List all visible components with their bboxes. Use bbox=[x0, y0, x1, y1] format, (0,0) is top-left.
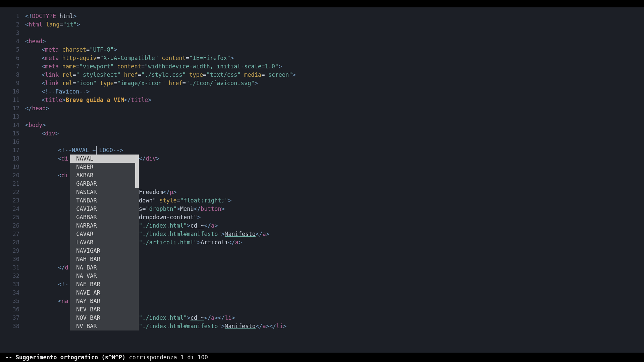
code-line-overflow[interactable]: "./index.html">cd ~</a></li> bbox=[139, 314, 641, 322]
code-line-overflow[interactable]: "./articoli.html">Articoli</a> bbox=[139, 238, 641, 247]
code-token: charset bbox=[62, 46, 86, 53]
suggestion-item[interactable]: NV BAR bbox=[70, 322, 139, 330]
code-token: <! bbox=[25, 13, 32, 19]
code-line[interactable]: <meta http-equiv="X-UA-Compatible" conte… bbox=[42, 54, 641, 62]
code-token: > bbox=[177, 205, 180, 212]
suggestion-item[interactable]: NAE BAR bbox=[70, 280, 139, 289]
suggestion-item[interactable]: NAVAL bbox=[70, 155, 139, 163]
suggestion-item[interactable]: AKBAR bbox=[70, 171, 139, 180]
code-token: "./index.html#manifesto" bbox=[139, 231, 221, 237]
line-number: 18 bbox=[0, 155, 19, 163]
code-line[interactable]: </d bbox=[58, 263, 641, 272]
spelling-suggestion-popup[interactable]: NAVAL NABER AKBAR GARBAR NASCAR TANBAR C… bbox=[70, 155, 139, 330]
line-number: 3 bbox=[0, 29, 19, 37]
code-line[interactable]: <!--Favicon--> bbox=[42, 87, 641, 96]
suggestion-item[interactable]: NAVIGAR bbox=[70, 247, 139, 255]
code-line[interactable]: </head> bbox=[25, 104, 641, 113]
code-line-overflow[interactable]: "./index.html#manifesto">Manifesto</a> bbox=[139, 230, 641, 238]
code-token: </ bbox=[139, 155, 146, 162]
code-token: = bbox=[138, 71, 141, 78]
code-token: DOCTYPE bbox=[32, 13, 56, 19]
line-number: 37 bbox=[0, 314, 19, 322]
code-line[interactable]: <html lang="it"> bbox=[25, 20, 641, 29]
code-token: a bbox=[235, 239, 238, 246]
code-line[interactable] bbox=[25, 138, 641, 146]
code-line[interactable]: <di bbox=[58, 171, 641, 180]
code-token: rel bbox=[62, 71, 72, 78]
suggestion-item[interactable]: GARBAR bbox=[70, 180, 139, 188]
code-line[interactable]: <body> bbox=[25, 121, 641, 129]
code-token: = bbox=[261, 71, 265, 78]
suggestion-item[interactable]: TANBAR bbox=[70, 196, 139, 205]
code-line[interactable]: <meta name="viewport" content="width=dev… bbox=[42, 62, 641, 71]
line-number: 31 bbox=[0, 263, 19, 272]
suggestion-item[interactable]: NA BAR bbox=[70, 263, 139, 272]
code-line[interactable]: <title>Breve guida a VIM</title> bbox=[42, 96, 641, 104]
suggestion-item[interactable]: NA VAR bbox=[70, 272, 139, 280]
code-token: ></ bbox=[266, 323, 276, 329]
suggestion-item[interactable]: CAVAR bbox=[70, 230, 139, 238]
line-number: 6 bbox=[0, 54, 19, 62]
suggestion-item[interactable]: NEV BAR bbox=[70, 305, 139, 314]
code-line-overflow[interactable]: Freedom</p> bbox=[139, 188, 641, 196]
suggestion-item[interactable]: NARRAR bbox=[70, 222, 139, 230]
code-line[interactable] bbox=[25, 29, 641, 37]
line-number: 20 bbox=[0, 171, 19, 180]
code-token: "./index.html" bbox=[139, 222, 187, 229]
suggestion-item[interactable]: NABER bbox=[70, 163, 139, 171]
code-token: > bbox=[278, 63, 282, 70]
code-token bbox=[59, 80, 62, 86]
line-number: 17 bbox=[0, 146, 19, 155]
code-token: Manifesto bbox=[225, 323, 256, 329]
code-token: = bbox=[142, 205, 146, 212]
code-token: > bbox=[173, 189, 176, 195]
code-line[interactable]: <!- bbox=[58, 280, 641, 289]
line-number: 9 bbox=[0, 79, 19, 87]
code-token: </ bbox=[204, 222, 211, 229]
suggestion-item[interactable]: NOV BAR bbox=[70, 314, 139, 322]
code-token: dropdown-content" bbox=[139, 214, 197, 221]
code-token: "screen" bbox=[265, 71, 292, 78]
code-line-overflow[interactable]: "./index.html">cd ~</a> bbox=[139, 222, 641, 230]
code-line[interactable]: <na bbox=[58, 297, 641, 305]
code-token: cd ~ bbox=[191, 222, 204, 229]
suggestion-item[interactable]: NAY BAR bbox=[70, 297, 139, 305]
suggestion-item[interactable]: NAVE AR bbox=[70, 289, 139, 297]
code-line[interactable]: <div> bbox=[42, 129, 641, 138]
code-token: "dropbtn" bbox=[146, 205, 177, 212]
code-token: "text/css" bbox=[206, 71, 240, 78]
code-token: Menù bbox=[180, 205, 194, 212]
line-number: 28 bbox=[0, 238, 19, 247]
popup-scrollbar-thumb[interactable] bbox=[135, 155, 139, 188]
suggestion-item[interactable]: GABBAR bbox=[70, 213, 139, 222]
code-line-overflow[interactable]: s="dropbtn">Menù</button> bbox=[139, 205, 641, 213]
code-line[interactable]: <head> bbox=[25, 37, 641, 46]
code-token: = bbox=[177, 197, 180, 204]
editor-viewport[interactable]: 1234567891011121314151617181920212223242… bbox=[0, 7, 644, 353]
popup-scrollbar[interactable] bbox=[135, 155, 139, 330]
code-line[interactable]: <link rel="icon" type="image/x-icon" hre… bbox=[42, 79, 641, 87]
code-line[interactable]: <meta charset="UTF-8"> bbox=[42, 46, 641, 54]
code-line[interactable]: <link rel=" stylesheet" href="./style.cs… bbox=[42, 71, 641, 79]
code-line[interactable]: <!--NAVAL + LOGO--> bbox=[58, 146, 641, 155]
code-line-overflow[interactable]: down" style="float:right;"> bbox=[139, 196, 641, 205]
suggestion-item[interactable]: NAH BAR bbox=[70, 255, 139, 263]
code-line[interactable]: <!DOCTYPE html> bbox=[25, 12, 641, 20]
code-token: < bbox=[58, 298, 61, 304]
code-line-overflow[interactable]: "./index.html#manifesto">Manifesto</a></… bbox=[139, 322, 641, 330]
suggestion-item[interactable]: CAVIAR bbox=[70, 205, 139, 213]
line-number: 8 bbox=[0, 71, 19, 79]
code-line[interactable] bbox=[25, 113, 641, 121]
code-token: = bbox=[72, 80, 76, 86]
code-token: "icon" bbox=[76, 80, 96, 86]
code-token: > bbox=[73, 13, 76, 19]
suggestion-item[interactable]: NASCAR bbox=[70, 188, 139, 196]
code-line-overflow[interactable]: </div> bbox=[139, 155, 641, 163]
code-token: </ bbox=[194, 205, 201, 212]
code-token: "X-UA-Compatible" bbox=[100, 55, 158, 61]
code-token: < bbox=[42, 80, 45, 86]
code-line-overflow[interactable]: dropdown-content"> bbox=[139, 213, 641, 222]
code-token bbox=[120, 71, 124, 78]
suggestion-item[interactable]: LAVAR bbox=[70, 238, 139, 247]
code-token: Freedom bbox=[139, 189, 163, 195]
